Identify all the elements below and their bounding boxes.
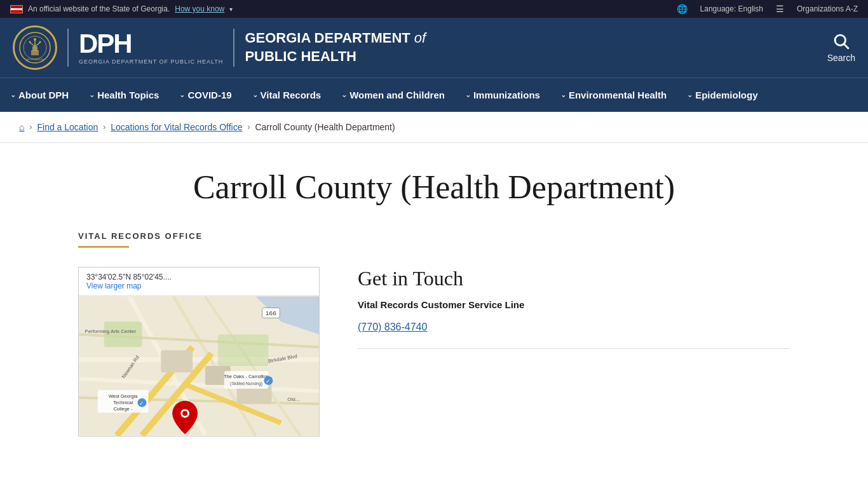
nav-label-env-health: Environmental Health	[569, 90, 667, 100]
home-icon: ⌂	[19, 122, 24, 132]
nav-item-vital-records: ⌄ Vital Records	[242, 78, 332, 112]
contact-service-label: Vital Records Customer Service Line	[358, 298, 790, 311]
chevron-icon: ⌄	[560, 91, 566, 99]
top-bar: An official website of the State of Geor…	[0, 0, 868, 18]
nav-item-epidemiology: ⌄ Epidemiology	[677, 78, 768, 112]
svg-text:✓: ✓	[139, 400, 144, 407]
breadcrumb-current: Carroll County (Health Department)	[255, 122, 395, 132]
nav-link-health-topics[interactable]: ⌄ Health Topics	[79, 78, 169, 112]
svg-text:Performing Arts Center: Performing Arts Center	[85, 329, 136, 334]
content-grid: 33°34'02.5"N 85°02'45.... View larger ma…	[78, 267, 790, 437]
top-bar-left: An official website of the State of Geor…	[10, 4, 233, 13]
nav-link-epidemiology[interactable]: ⌄ Epidemiology	[677, 78, 768, 112]
language-link[interactable]: Language: English	[700, 4, 763, 13]
chevron-icon: ⌄	[465, 91, 471, 99]
official-text: An official website of the State of Geor…	[28, 4, 170, 13]
nav-label-women-children: Women and Children	[349, 90, 445, 100]
chevron-icon: ⌄	[341, 91, 347, 99]
svg-text:Old...: Old...	[287, 396, 299, 402]
vital-records-office-link[interactable]: Locations for Vital Records Office	[111, 122, 242, 132]
org-line2: PUBLIC HEALTH	[245, 48, 356, 64]
main-nav: ⌄ About DPH ⌄ Health Topics ⌄ COVID-19 ⌄…	[0, 78, 868, 112]
org-line1: GEORGIA DEPARTMENT	[245, 30, 410, 46]
nav-item-women-children: ⌄ Women and Children	[331, 78, 455, 112]
svg-text:West Georgia: West Georgia	[109, 393, 138, 399]
main-content: Carroll County (Health Department) VITAL…	[53, 143, 815, 475]
dph-letters: DPH	[79, 30, 132, 57]
svg-point-9	[39, 41, 41, 43]
nav-label-vital-records: Vital Records	[261, 90, 322, 100]
list-icon: ☰	[776, 4, 784, 14]
chevron-icon: ⌄	[10, 91, 16, 99]
contact-divider	[358, 348, 790, 349]
contact-phone-link[interactable]: (770) 836-4740	[358, 322, 427, 332]
nav-list: ⌄ About DPH ⌄ Health Topics ⌄ COVID-19 ⌄…	[0, 78, 868, 112]
georgia-flag-icon	[10, 5, 23, 13]
search-label: Search	[827, 53, 855, 63]
header-logo-area: GEORGIA DPH DPH Georgia Department of Pu…	[13, 25, 426, 70]
svg-text:GEORGIA DPH: GEORGIA DPH	[26, 58, 44, 61]
search-icon	[832, 32, 850, 50]
globe-icon: 🌐	[677, 4, 688, 14]
header-title: GEORGIA DEPARTMENT of PUBLIC HEALTH	[245, 29, 426, 65]
svg-text:Technical: Technical	[113, 400, 133, 405]
map-container: 33°34'02.5"N 85°02'45.... View larger ma…	[78, 267, 320, 437]
nav-link-women-children[interactable]: ⌄ Women and Children	[331, 78, 455, 112]
logo-divider	[67, 29, 69, 67]
nav-item-about: ⌄ About DPH	[0, 78, 79, 112]
map-top-bar: 33°34'02.5"N 85°02'45.... View larger ma…	[79, 268, 319, 296]
search-button[interactable]: Search	[827, 32, 855, 63]
svg-rect-29	[161, 350, 193, 372]
svg-text:The Oaks - Carrollton: The Oaks - Carrollton	[224, 374, 269, 379]
nav-item-immunizations: ⌄ Immunizations	[455, 78, 550, 112]
nav-label-immunizations: Immunizations	[473, 90, 540, 100]
svg-rect-28	[218, 334, 269, 366]
nav-link-vital-records[interactable]: ⌄ Vital Records	[242, 78, 332, 112]
nav-link-covid[interactable]: ⌄ COVID-19	[169, 78, 241, 112]
home-breadcrumb-link[interactable]: ⌂	[19, 122, 24, 132]
nav-label-health-topics: Health Topics	[97, 90, 159, 100]
nav-link-immunizations[interactable]: ⌄ Immunizations	[455, 78, 550, 112]
org-of: of	[414, 30, 426, 46]
chevron-down-icon: ▾	[229, 6, 233, 13]
nav-link-env-health[interactable]: ⌄ Environmental Health	[550, 78, 677, 112]
svg-point-49	[182, 411, 187, 416]
breadcrumb-sep-2: ›	[103, 123, 105, 132]
map-coords: 33°34'02.5"N 85°02'45....	[86, 273, 311, 281]
svg-line-6	[35, 43, 40, 46]
svg-point-11	[835, 35, 845, 45]
dph-subtext: Georgia Department of Public Health	[79, 58, 223, 65]
svg-text:(Skilled Nursing): (Skilled Nursing)	[230, 381, 262, 386]
site-header: GEORGIA DPH DPH Georgia Department of Pu…	[0, 18, 868, 78]
svg-rect-2	[31, 50, 39, 55]
nav-label-about-dph: About DPH	[18, 90, 69, 100]
section-underline	[78, 246, 129, 248]
how-you-know-link[interactable]: How you know	[175, 4, 224, 13]
nav-item-health-topics: ⌄ Health Topics	[79, 78, 169, 112]
map-view-larger-link[interactable]: View larger map	[86, 281, 141, 290]
chevron-icon: ⌄	[687, 91, 693, 99]
breadcrumb-sep-1: ›	[29, 123, 32, 132]
svg-text:College -: College -	[114, 406, 133, 412]
svg-point-8	[29, 41, 31, 43]
logo-circle: GEORGIA DPH	[13, 25, 57, 70]
page-title: Carroll County (Health Department)	[78, 168, 790, 206]
nav-item-covid: ⌄ COVID-19	[169, 78, 241, 112]
nav-label-covid: COVID-19	[187, 90, 231, 100]
dph-logo: DPH Georgia Department of Public Health	[79, 30, 223, 65]
dph-seal-icon: GEORGIA DPH	[18, 31, 51, 64]
contact-section: Get in Touch Vital Records Customer Serv…	[358, 267, 790, 349]
breadcrumb: ⌂ › Find a Location › Locations for Vita…	[0, 112, 868, 143]
logo-divider-2	[233, 29, 234, 67]
nav-link-about-dph[interactable]: ⌄ About DPH	[0, 78, 79, 112]
svg-rect-3	[32, 46, 37, 51]
chevron-icon: ⌄	[89, 91, 95, 99]
organizations-link[interactable]: Organizations A-Z	[797, 4, 858, 13]
svg-line-12	[844, 44, 848, 49]
nav-label-epidemiology: Epidemiology	[695, 90, 757, 100]
find-location-link[interactable]: Find a Location	[37, 122, 98, 132]
section-label: VITAL RECORDS OFFICE	[78, 231, 790, 241]
chevron-icon: ⌄	[179, 91, 185, 99]
svg-text:✓: ✓	[266, 378, 271, 384]
map-area[interactable]: 166 Performing Arts Center	[79, 296, 319, 436]
